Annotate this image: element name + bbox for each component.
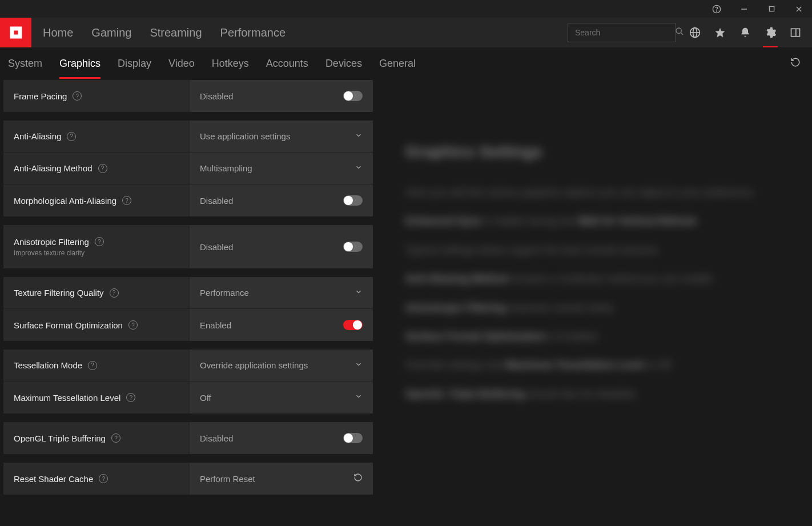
tab-graphics[interactable]: Graphics [59, 58, 101, 70]
row-anti-aliasing: Anti-Aliasing? Use application settings [3, 121, 373, 152]
button-reset-shader[interactable]: Perform Reset [188, 463, 373, 495]
amd-logo[interactable] [0, 18, 31, 47]
dropdown-max-tess[interactable]: Off [188, 382, 373, 413]
tab-general[interactable]: General [379, 58, 416, 70]
row-max-tess: Maximum Tessellation Level? Off [3, 382, 373, 413]
value-surf-fmt[interactable]: Enabled [188, 309, 373, 341]
nav-streaming[interactable]: Streaming [150, 26, 202, 39]
gear-icon[interactable] [764, 26, 777, 39]
maximize-button[interactable] [763, 1, 780, 18]
value-morph-aa[interactable]: Disabled [188, 184, 373, 216]
label-frame-pacing: Frame Pacing [14, 91, 67, 101]
toggle-surf-fmt[interactable] [343, 320, 363, 330]
star-icon[interactable] [714, 26, 726, 39]
nav-home[interactable]: Home [43, 26, 73, 39]
search-box[interactable] [568, 23, 676, 42]
sublabel-anisotropic: Improves texture clarity [14, 249, 188, 257]
tab-hotkeys[interactable]: Hotkeys [212, 58, 249, 70]
label-anti-aliasing: Anti-Aliasing [14, 131, 61, 141]
row-anisotropic: Anisotropic Filtering? Improves texture … [3, 225, 373, 268]
value-frame-pacing[interactable]: Disabled [188, 80, 373, 112]
background-content: Graphics Settings Here you will find var… [383, 80, 812, 526]
chevron-down-icon [355, 360, 363, 371]
label-morph-aa: Morphological Anti-Aliasing [14, 196, 116, 206]
toggle-anisotropic[interactable] [343, 242, 363, 252]
row-tex-filter: Texture Filtering Quality? Performance [3, 277, 373, 309]
globe-icon[interactable] [689, 26, 701, 39]
tab-accounts[interactable]: Accounts [266, 58, 308, 70]
help-icon[interactable] [708, 1, 725, 18]
row-aa-method: Anti-Aliasing Method? Multisampling [3, 152, 373, 184]
help-icon[interactable]: ? [126, 393, 135, 402]
nav-gaming[interactable]: Gaming [91, 26, 131, 39]
nav-performance[interactable]: Performance [220, 26, 286, 39]
svg-line-7 [681, 33, 683, 35]
help-icon[interactable]: ? [122, 196, 131, 205]
chevron-down-icon [355, 131, 363, 142]
revert-icon[interactable] [790, 57, 801, 70]
dropdown-anti-aliasing[interactable]: Use application settings [188, 121, 373, 152]
label-max-tess: Maximum Tessellation Level [14, 393, 120, 403]
help-icon[interactable]: ? [99, 474, 108, 483]
label-tex-filter: Texture Filtering Quality [14, 288, 104, 298]
label-reset-shader: Reset Shader Cache [14, 474, 93, 484]
dropdown-tex-filter[interactable]: Performance [188, 277, 373, 308]
label-tess-mode: Tessellation Mode [14, 360, 82, 370]
help-icon[interactable]: ? [73, 91, 82, 101]
row-reset-shader: Reset Shader Cache? Perform Reset [3, 463, 373, 495]
dropdown-aa-method[interactable]: Multisampling [188, 152, 373, 184]
help-icon[interactable]: ? [128, 320, 138, 330]
tab-video[interactable]: Video [168, 58, 195, 70]
toggle-frame-pacing[interactable] [343, 91, 363, 101]
chevron-down-icon [355, 288, 363, 298]
svg-point-1 [716, 10, 717, 11]
panel-icon[interactable] [789, 26, 802, 39]
chevron-down-icon [355, 163, 363, 174]
toggle-morph-aa[interactable] [343, 195, 363, 206]
label-ogl-triple: OpenGL Triple Buffering [14, 433, 106, 443]
toggle-ogl-triple[interactable] [343, 433, 363, 443]
settings-subnav: System Graphics Display Video Hotkeys Ac… [0, 47, 812, 79]
help-icon[interactable]: ? [111, 433, 120, 443]
search-icon[interactable] [675, 27, 684, 38]
label-aa-method: Anti-Aliasing Method [14, 163, 93, 173]
row-morph-aa: Morphological Anti-Aliasing? Disabled [3, 184, 373, 216]
value-anisotropic[interactable]: Disabled [188, 225, 373, 268]
svg-point-6 [676, 28, 681, 33]
bell-icon[interactable] [739, 26, 751, 39]
tab-display[interactable]: Display [118, 58, 151, 70]
label-anisotropic: Anisotropic Filtering [14, 237, 89, 247]
minimize-button[interactable] [735, 1, 753, 18]
window-titlebar [0, 0, 812, 18]
close-button[interactable] [790, 1, 807, 18]
tab-system[interactable]: System [8, 58, 42, 70]
row-tess-mode: Tessellation Mode? Override application … [3, 350, 373, 382]
help-icon[interactable]: ? [98, 164, 107, 173]
row-frame-pacing: Frame Pacing? Disabled [3, 80, 373, 112]
graphics-settings-panel: Frame Pacing? Disabled Anti-Aliasing? Us… [0, 80, 373, 495]
label-surf-fmt: Surface Format Optimization [14, 320, 123, 330]
bg-heading: Graphics Settings [405, 143, 789, 161]
reset-icon [353, 473, 363, 484]
search-input[interactable] [575, 28, 675, 37]
help-icon[interactable]: ? [88, 361, 97, 370]
svg-rect-3 [769, 6, 774, 11]
help-icon[interactable]: ? [67, 132, 76, 141]
row-surf-fmt: Surface Format Optimization? Enabled [3, 309, 373, 341]
chevron-down-icon [355, 392, 363, 403]
main-navbar: Home Gaming Streaming Performance [0, 18, 812, 47]
value-ogl-triple[interactable]: Disabled [188, 422, 373, 454]
help-icon[interactable]: ? [95, 237, 104, 246]
dropdown-tess-mode[interactable]: Override application settings [188, 350, 373, 381]
row-ogl-triple: OpenGL Triple Buffering? Disabled [3, 422, 373, 454]
tab-devices[interactable]: Devices [325, 58, 362, 70]
help-icon[interactable]: ? [110, 288, 119, 298]
